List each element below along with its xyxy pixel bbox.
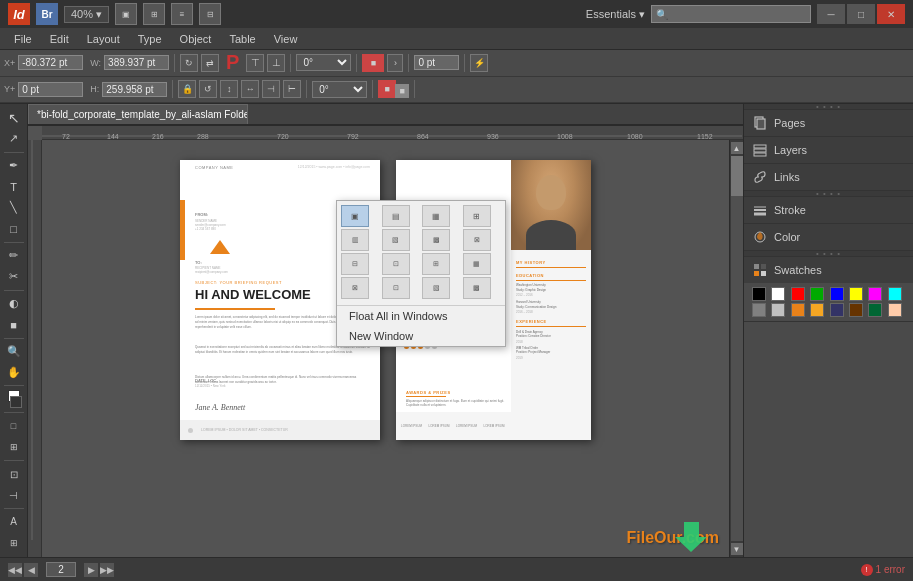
line-tool[interactable]: ╲ [3, 198, 25, 218]
swatch-orange[interactable] [791, 303, 805, 317]
layout-2up-v[interactable]: ▥ [341, 229, 369, 251]
swatch-gray[interactable] [752, 303, 766, 317]
rp-layers-header[interactable]: Layers [744, 137, 913, 163]
layout-grid-3[interactable]: ⊞ [422, 253, 450, 275]
new-window-item[interactable]: New Window [337, 326, 505, 346]
swatch-blue[interactable] [830, 287, 844, 301]
layout-1up[interactable]: ▣ [341, 205, 369, 227]
scroll-up-btn[interactable]: ▲ [731, 142, 743, 154]
swatch-peach[interactable] [888, 303, 902, 317]
page-tool[interactable]: ⊡ [3, 464, 25, 484]
distribute-2[interactable]: ⊢ [283, 80, 301, 98]
angle-select-2[interactable]: 0° [312, 81, 367, 98]
swatch-magenta[interactable] [868, 287, 882, 301]
transform-2[interactable]: ↺ [199, 80, 217, 98]
layout-grid-2[interactable]: ⊡ [382, 253, 410, 275]
transform-3[interactable]: ↕ [220, 80, 238, 98]
gap-tool[interactable]: ⊣ [3, 485, 25, 505]
swatch-navy[interactable] [830, 303, 844, 317]
last-page-btn[interactable]: ▶▶ [100, 563, 114, 577]
hand-tool[interactable]: ✋ [3, 362, 25, 382]
first-page-btn[interactable]: ◀◀ [8, 563, 22, 577]
distribute-1[interactable]: ⊣ [262, 80, 280, 98]
x-input[interactable] [18, 55, 83, 70]
gradient-tool[interactable]: ◐ [3, 294, 25, 314]
shape-tool[interactable]: □ [3, 219, 25, 239]
swatch-red[interactable] [791, 287, 805, 301]
scissors-tool[interactable]: ✂ [3, 267, 25, 287]
select-tool[interactable]: ↖ [3, 108, 25, 128]
layout-grid-4[interactable]: ▦ [463, 253, 491, 275]
pencil-tool[interactable]: ✏ [3, 246, 25, 266]
layout-float-1[interactable]: ⊠ [341, 277, 369, 299]
essentials-menu[interactable]: Essentials ▾ [586, 8, 645, 21]
swatch-black[interactable] [752, 287, 766, 301]
layout-grid-1[interactable]: ⊟ [341, 253, 369, 275]
scroll-thumb[interactable] [731, 156, 743, 196]
h-input[interactable] [102, 82, 167, 97]
constrain-icon[interactable]: 🔒 [178, 80, 196, 98]
w-input[interactable] [104, 55, 169, 70]
stroke-dir[interactable]: › [387, 54, 403, 72]
menu-file[interactable]: File [6, 31, 40, 47]
layout-3col[interactable]: ⊠ [463, 229, 491, 251]
color-tool[interactable]: ■ [3, 315, 25, 335]
layout-3up[interactable]: ▦ [422, 205, 450, 227]
error-indicator[interactable]: ! 1 error [861, 564, 905, 576]
view-mode-4[interactable]: ⊟ [199, 3, 221, 25]
text-frame-tool[interactable]: A [3, 512, 25, 532]
layout-float-3[interactable]: ▧ [422, 277, 450, 299]
layout-2up-v2[interactable]: ▧ [382, 229, 410, 251]
zoom-control[interactable]: 40% ▾ [64, 6, 109, 23]
rp-links-header[interactable]: Links [744, 164, 913, 190]
menu-object[interactable]: Object [172, 31, 220, 47]
rp-stroke-header[interactable]: Stroke [744, 197, 913, 223]
menu-type[interactable]: Type [130, 31, 170, 47]
align-1[interactable]: ⊤ [246, 54, 264, 72]
vertical-scrollbar[interactable]: ▲ ▼ [729, 140, 743, 557]
fill-icon-2[interactable]: ■ [395, 84, 409, 98]
swatch-yellow[interactable] [849, 287, 863, 301]
pen-tool[interactable]: ✒ [3, 156, 25, 176]
rp-swatches-header[interactable]: Swatches [744, 257, 913, 283]
scroll-down-btn[interactable]: ▼ [731, 543, 743, 555]
next-page-btn[interactable]: ▶ [84, 563, 98, 577]
swatch-dark-green[interactable] [868, 303, 882, 317]
fill-icon-red[interactable]: ■ [378, 80, 396, 98]
view-mode-1[interactable]: ▣ [115, 3, 137, 25]
swatch-green[interactable] [810, 287, 824, 301]
document-tab[interactable]: *bi-fold_corporate_template_by_ali-aslam… [28, 104, 248, 124]
transform-flip[interactable]: ⇄ [201, 54, 219, 72]
menu-view[interactable]: View [266, 31, 306, 47]
minimize-button[interactable]: ─ [817, 4, 845, 24]
swatch-orange-light[interactable] [810, 303, 824, 317]
rp-pages-header[interactable]: Pages [744, 110, 913, 136]
type-tool[interactable]: T [3, 177, 25, 197]
direct-select-tool[interactable]: ↗ [3, 129, 25, 149]
rp-color-header[interactable]: Color [744, 224, 913, 250]
extra-btn[interactable]: ⚡ [470, 54, 488, 72]
stroke-weight[interactable] [414, 55, 459, 70]
float-all-windows-item[interactable]: Float All in Windows [337, 306, 505, 326]
y-input[interactable] [18, 82, 83, 97]
stroke-icon[interactable]: ■ [362, 54, 384, 72]
menu-layout[interactable]: Layout [79, 31, 128, 47]
fill-stroke-indicator[interactable] [3, 389, 25, 409]
angle-select-1[interactable]: 0° [296, 54, 351, 71]
swatch-white[interactable] [771, 287, 785, 301]
layout-3row[interactable]: ▩ [422, 229, 450, 251]
table-tool[interactable]: ⊞ [3, 533, 25, 553]
transform-4[interactable]: ↔ [241, 80, 259, 98]
swatch-cyan[interactable] [888, 287, 902, 301]
close-button[interactable]: ✕ [877, 4, 905, 24]
maximize-button[interactable]: □ [847, 4, 875, 24]
menu-edit[interactable]: Edit [42, 31, 77, 47]
layout-4up[interactable]: ⊞ [463, 205, 491, 227]
search-bar[interactable]: 🔍 [651, 5, 811, 23]
layout-float-2[interactable]: ⊡ [382, 277, 410, 299]
swatch-silver[interactable] [771, 303, 785, 317]
view-mode-3[interactable]: ≡ [171, 3, 193, 25]
view-mode-2[interactable]: ⊞ [143, 3, 165, 25]
transform-rotate[interactable]: ↻ [180, 54, 198, 72]
layout-float-4[interactable]: ▩ [463, 277, 491, 299]
